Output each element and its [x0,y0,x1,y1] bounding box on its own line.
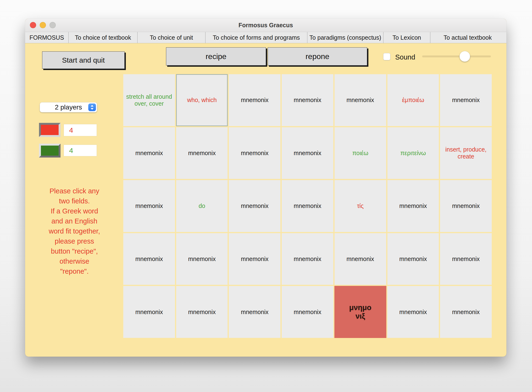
menu-item-to-choice-of-forms-and-programs[interactable]: To choice of forms and programs [205,32,307,43]
memory-card-r4c2[interactable]: mnemonix [176,233,228,285]
memory-card-r2c2[interactable]: mnemonix [176,127,228,179]
memory-card-r1c1[interactable]: stretch all around over, cover [123,74,175,126]
memory-card-r4c5[interactable]: mnemonix [334,233,386,285]
memory-card-r4c1[interactable]: mnemonix [123,233,175,285]
menu-bar: FORMOSUSTo choice of textbookTo choice o… [25,32,506,43]
memory-card-r3c4[interactable]: mnemonix [282,180,333,232]
zoom-window-icon[interactable] [50,22,56,28]
menu-item-to-choice-of-unit[interactable]: To choice of unit [138,32,205,43]
memory-card-r2c1[interactable]: mnemonix [123,127,175,179]
close-window-icon[interactable] [30,22,36,28]
repone-button[interactable]: repone [268,47,367,65]
menu-item-to-paradigms-conspectus[interactable]: To paradigms (conspectus) [307,32,383,43]
recipe-button[interactable]: recipe [166,47,266,65]
menu-item-formosus[interactable]: FORMOSUS [25,32,69,43]
memory-card-r1c4[interactable]: mnemonix [282,74,333,126]
memory-card-r3c3[interactable]: mnemonix [229,180,281,232]
sound-label: Sound [395,53,415,61]
memory-card-r1c5[interactable]: mnemonix [334,74,386,126]
memory-card-r3c1[interactable]: mnemonix [123,180,175,232]
memory-card-r1c2[interactable]: who, which [176,74,228,126]
memory-card-r4c3[interactable]: mnemonix [229,233,281,285]
memory-card-r4c4[interactable]: mnemonix [282,233,333,285]
memory-card-r1c7[interactable]: mnemonix [440,74,492,126]
menu-item-to-actual-textbook[interactable]: To actual textbook [430,32,505,43]
red-player-score-field[interactable]: 4 [64,124,97,136]
menu-item-to-choice-of-textbook[interactable]: To choice of textbook [69,32,138,43]
green-player-score: 4 [69,147,73,155]
window-controls [30,22,56,28]
app-window: Formosus Graecus FORMOSUSTo choice of te… [25,19,506,357]
start-and-quit-button[interactable]: Start and quit [42,51,125,69]
volume-slider-thumb[interactable] [460,51,470,62]
memory-card-r3c7[interactable]: mnemonix [440,180,492,232]
memory-card-r3c5[interactable]: τίς [334,180,386,232]
red-player-score: 4 [69,126,73,134]
memory-card-r5c7[interactable]: mnemonix [440,286,492,338]
memory-card-r5c6[interactable]: mnemonix [387,286,439,338]
memory-card-r2c6[interactable]: περιτείνω [387,127,439,179]
memory-card-r2c5[interactable]: ποιέω [334,127,386,179]
memory-card-r1c3[interactable]: mnemonix [229,74,281,126]
window-title: Formosus Graecus [238,22,293,29]
memory-card-r1c6[interactable]: ἐμποιέω [387,74,439,126]
instructions-text: Please click any two fields. If a Greek … [30,186,119,276]
players-select-value: 2 players [55,103,82,111]
memory-card-r5c2[interactable]: mnemonix [176,286,228,338]
memory-card-grid: stretch all around over, coverwho, which… [123,74,492,338]
menu-item-to-lexicon[interactable]: To Lexicon [383,32,430,43]
volume-slider-track[interactable] [422,55,491,57]
green-player-swatch[interactable] [39,144,61,158]
memory-card-r5c4[interactable]: mnemonix [282,286,333,338]
sound-checkbox[interactable] [383,53,390,60]
memory-card-r4c6[interactable]: mnemonix [387,233,439,285]
memory-card-r5c3[interactable]: mnemonix [229,286,281,338]
memory-card-r3c6[interactable]: mnemonix [387,180,439,232]
memory-card-r2c4[interactable]: mnemonix [282,127,333,179]
memory-card-r2c7[interactable]: insert, produce, create [440,127,492,179]
memory-card-r2c3[interactable]: mnemonix [229,127,281,179]
players-select[interactable]: 2 players [40,102,97,112]
memory-card-r5c5[interactable]: μνημο νιξ [334,286,386,338]
memory-card-r5c1[interactable]: mnemonix [123,286,175,338]
title-bar: Formosus Graecus [25,19,506,32]
chevron-up-down-icon [88,103,96,111]
memory-card-r3c2[interactable]: do [176,180,228,232]
minimize-window-icon[interactable] [40,22,46,28]
memory-card-r4c7[interactable]: mnemonix [440,233,492,285]
green-player-score-field[interactable]: 4 [64,145,97,156]
volume-slider[interactable] [422,51,491,62]
red-player-swatch[interactable] [39,123,61,137]
